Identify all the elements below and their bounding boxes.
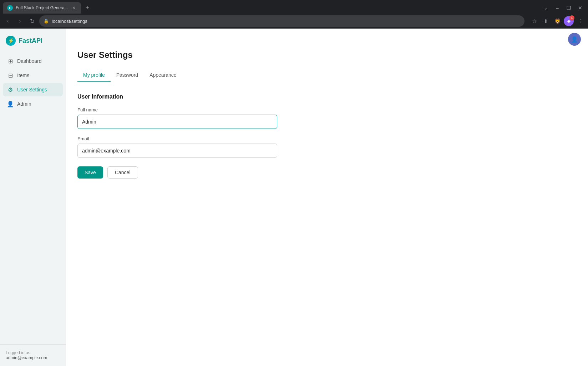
main-content: 👤 User Settings My profile Password Appe… xyxy=(66,29,588,366)
user-avatar-button[interactable]: 👤 xyxy=(568,33,581,46)
logged-in-email: admin@example.com xyxy=(6,355,60,360)
tab-appearance[interactable]: Appearance xyxy=(144,69,182,82)
page-content: User Settings My profile Password Appear… xyxy=(66,50,588,190)
fullname-input[interactable] xyxy=(77,115,277,129)
sidebar-item-user-settings[interactable]: ⚙ User Settings xyxy=(3,83,63,96)
dashboard-icon: ⊞ xyxy=(7,58,14,64)
logo-icon: ⚡ xyxy=(6,36,16,46)
tab-bar: F Full Stack Project Genera... ✕ + ⌄ – ❐… xyxy=(0,0,588,14)
browser-chrome: F Full Stack Project Genera... ✕ + ⌄ – ❐… xyxy=(0,0,588,29)
address-bar-row: ‹ › ↻ 🔒 localhost/settings ☆ ⬆ 🦁 ◈ 1 ⋮ xyxy=(0,14,588,29)
minimize-button[interactable]: ⌄ xyxy=(541,3,551,13)
save-button[interactable]: Save xyxy=(77,166,103,179)
top-bar: 👤 xyxy=(66,29,588,50)
app-layout: ⚡ FastAPI ⊞ Dashboard ⊟ Items ⚙ User Set… xyxy=(0,29,588,366)
tab-favicon: F xyxy=(7,5,13,11)
logged-in-label: Logged in as: xyxy=(6,350,60,355)
refresh-button[interactable]: ↻ xyxy=(27,16,37,26)
email-group: Email xyxy=(77,136,577,158)
sidebar: ⚡ FastAPI ⊞ Dashboard ⊟ Items ⚙ User Set… xyxy=(0,29,66,366)
form-actions: Save Cancel xyxy=(77,166,577,179)
email-input[interactable] xyxy=(77,144,277,158)
sidebar-item-label-items: Items xyxy=(17,72,29,78)
tab-my-profile[interactable]: My profile xyxy=(77,69,111,82)
sidebar-item-dashboard[interactable]: ⊞ Dashboard xyxy=(3,54,63,68)
section-title: User Information xyxy=(77,94,577,100)
new-tab-button[interactable]: + xyxy=(82,3,92,13)
minimize-window-button[interactable]: – xyxy=(552,3,562,13)
address-bar[interactable]: 🔒 localhost/settings xyxy=(39,15,524,27)
sidebar-footer: Logged in as: admin@example.com xyxy=(0,344,66,366)
close-button[interactable]: ✕ xyxy=(575,3,585,13)
bookmark-button[interactable]: ☆ xyxy=(529,16,539,26)
logo-text: FastAPI xyxy=(19,37,42,45)
fullname-label: Full name xyxy=(77,107,577,112)
brave-icon[interactable]: 🦁 xyxy=(552,16,562,26)
sidebar-item-label-user-settings: User Settings xyxy=(17,87,47,92)
lock-icon: 🔒 xyxy=(44,19,49,24)
url-text: localhost/settings xyxy=(52,19,87,24)
page-title: User Settings xyxy=(77,50,577,60)
sidebar-item-label-dashboard: Dashboard xyxy=(17,58,42,64)
window-controls: ⌄ – ❐ ✕ xyxy=(541,3,585,13)
restore-button[interactable]: ❐ xyxy=(564,3,574,13)
sidebar-item-items[interactable]: ⊟ Items xyxy=(3,69,63,82)
fullname-group: Full name xyxy=(77,107,577,129)
tab-password[interactable]: Password xyxy=(111,69,144,82)
browser-actions: ☆ ⬆ 🦁 ◈ 1 ⋮ xyxy=(529,16,585,26)
sidebar-item-label-admin: Admin xyxy=(17,101,31,107)
share-button[interactable]: ⬆ xyxy=(541,16,551,26)
cancel-button[interactable]: Cancel xyxy=(107,166,138,179)
tab-close-button[interactable]: ✕ xyxy=(71,5,77,11)
admin-icon: 👤 xyxy=(7,101,14,107)
items-icon: ⊟ xyxy=(7,72,14,79)
settings-tabs: My profile Password Appearance xyxy=(77,69,577,82)
email-label: Email xyxy=(77,136,577,141)
forward-button[interactable]: › xyxy=(15,16,25,26)
settings-icon: ⚙ xyxy=(7,86,14,93)
sidebar-nav: ⊞ Dashboard ⊟ Items ⚙ User Settings 👤 Ad… xyxy=(0,54,66,344)
tab-title: Full Stack Project Genera... xyxy=(16,5,68,10)
sidebar-item-admin[interactable]: 👤 Admin xyxy=(3,97,63,111)
sidebar-logo: ⚡ FastAPI xyxy=(0,29,66,54)
extension-badge: 1 xyxy=(569,15,574,20)
active-tab[interactable]: F Full Stack Project Genera... ✕ xyxy=(3,2,81,14)
menu-button[interactable]: ⋮ xyxy=(575,16,585,26)
back-button[interactable]: ‹ xyxy=(3,16,13,26)
extension-button[interactable]: ◈ 1 xyxy=(564,16,574,26)
